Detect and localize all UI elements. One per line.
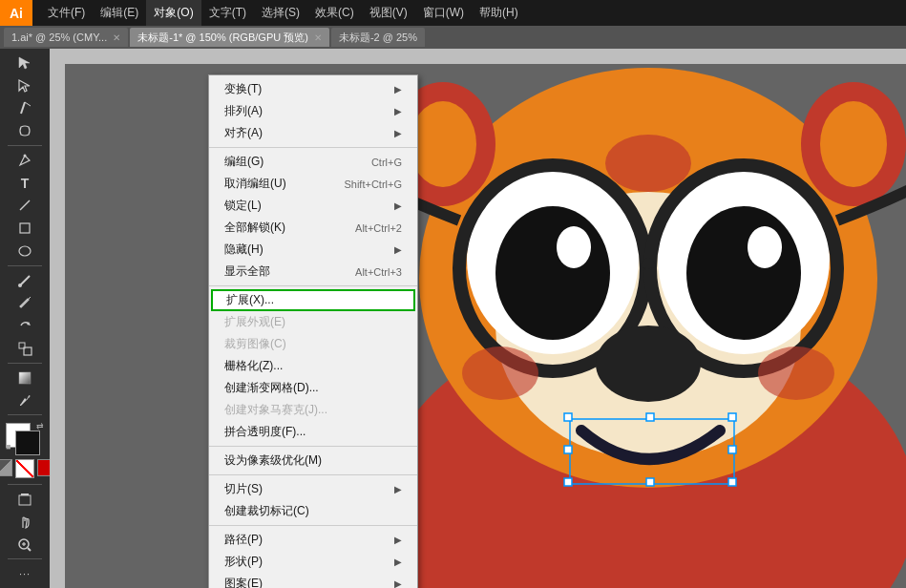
expand-label: 扩展(X)... (226, 292, 274, 308)
menu-lock[interactable]: 锁定(L) ▶ (209, 195, 417, 217)
pencil-tool[interactable] (4, 293, 46, 314)
stroke-color[interactable] (15, 430, 40, 455)
group-label: 编组(G) (224, 154, 263, 170)
menu-window[interactable]: 窗口(W) (415, 0, 472, 26)
more-tools[interactable]: ··· (4, 563, 46, 584)
brush-tool[interactable] (4, 270, 46, 291)
path-label: 路径(P) (224, 532, 263, 548)
scale-tool[interactable] (4, 338, 46, 359)
menu-gradient-mesh[interactable]: 创建渐变网格(D)... (209, 377, 417, 399)
path-arrow: ▶ (394, 535, 402, 545)
menu-view[interactable]: 视图(V) (362, 0, 415, 26)
tab-3[interactable]: 未标题-2 @ 25% (331, 28, 425, 47)
ellipse-tool[interactable] (4, 241, 46, 262)
sep-2 (209, 285, 417, 286)
menu-shape[interactable]: 形状(P) ▶ (209, 551, 417, 573)
rasterize-label: 栅格化(Z)... (224, 358, 283, 374)
sep-1 (209, 147, 417, 148)
sep-4 (209, 474, 417, 475)
magic-wand-tool[interactable] (4, 98, 46, 119)
menu-effect[interactable]: 效果(C) (307, 0, 362, 26)
gradient-tool[interactable] (4, 368, 46, 388)
pen-tool[interactable] (4, 150, 46, 171)
menu-mosaic: 创建对象马赛克(J)... (209, 399, 417, 421)
svg-point-5 (19, 246, 31, 256)
svg-point-6 (18, 284, 22, 287)
rect-tool[interactable] (4, 218, 46, 239)
tab-2[interactable]: 未标题-1* @ 150% (RGB/GPU 预览) ✕ (130, 28, 329, 47)
divider-4 (8, 414, 42, 415)
slice-arrow: ▶ (394, 484, 402, 494)
red-fill-icon[interactable] (37, 459, 50, 476)
tab-2-close[interactable]: ✕ (314, 32, 322, 43)
svg-rect-13 (21, 494, 29, 495)
menu-slice[interactable]: 切片(S) ▶ (209, 478, 417, 500)
artboard-tool[interactable] (4, 489, 46, 510)
group-shortcut: Ctrl+G (371, 157, 402, 168)
canvas-area[interactable]: 变换(T) ▶ 排列(A) ▶ 对齐(A) ▶ 编组(G) Ctrl+G (50, 49, 906, 588)
tab-1-close[interactable]: ✕ (113, 32, 120, 43)
zoom-tool[interactable] (4, 535, 46, 556)
pattern-label: 图案(E) (224, 576, 263, 588)
show-all-label: 显示全部 (224, 263, 270, 280)
main-area: T (0, 49, 906, 588)
rotate-tool[interactable] (4, 315, 46, 336)
pixel-perfect-label: 设为像素级优化(M) (224, 452, 322, 469)
align-label: 对齐(A) (224, 125, 263, 141)
menu-group[interactable]: 编组(G) Ctrl+G (209, 151, 417, 173)
divider-3 (8, 363, 42, 364)
hand-tool[interactable] (4, 512, 46, 533)
menu-rasterize[interactable]: 栅格化(Z)... (209, 355, 417, 377)
menu-select[interactable]: 选择(S) (254, 0, 307, 26)
eyedropper-tool[interactable] (4, 389, 46, 410)
direct-selection-tool[interactable] (4, 75, 46, 96)
menu-ungroup[interactable]: 取消编组(U) Shift+Ctrl+G (209, 173, 417, 195)
menu-flatten[interactable]: 拼合透明度(F)... (209, 421, 417, 443)
menu-pixel-perfect[interactable]: 设为像素级优化(M) (209, 450, 417, 472)
divider-1 (8, 145, 42, 146)
menu-pattern[interactable]: 图案(E) ▶ (209, 573, 417, 588)
menu-align[interactable]: 对齐(A) ▶ (209, 122, 417, 144)
expand-appearance-label: 扩展外观(E) (224, 314, 285, 330)
type-tool[interactable]: T (4, 173, 46, 194)
ungroup-label: 取消编组(U) (224, 176, 286, 192)
svg-line-15 (28, 548, 31, 551)
tab-bar: 1.ai* @ 25% (CMY... ✕ 未标题-1* @ 150% (RGB… (0, 26, 906, 49)
menu-expand[interactable]: 扩展(X)... (211, 289, 415, 311)
menu-arrange[interactable]: 排列(A) ▶ (209, 100, 417, 122)
menu-show-all[interactable]: 显示全部 Alt+Ctrl+3 (209, 261, 417, 283)
menu-trim-marks[interactable]: 创建裁切标记(C) (209, 500, 417, 522)
svg-rect-11 (19, 372, 31, 384)
menu-path[interactable]: 路径(P) ▶ (209, 529, 417, 551)
arrange-label: 排列(A) (224, 103, 263, 119)
align-arrow: ▶ (394, 128, 402, 138)
swap-colors-icon[interactable]: ⇄ (36, 421, 44, 430)
color-mode-icon[interactable] (0, 459, 12, 476)
no-fill-icon[interactable] (15, 459, 34, 478)
show-all-shortcut: Alt+Ctrl+3 (355, 266, 402, 278)
slice-label: 切片(S) (224, 481, 263, 497)
menu-edit[interactable]: 编辑(E) (93, 0, 146, 26)
menu-transform[interactable]: 变换(T) ▶ (209, 78, 417, 100)
title-bar: Ai 文件(F) 编辑(E) 对象(O) 文字(T) 选择(S) 效果(C) 视… (0, 0, 906, 26)
reset-colors-icon[interactable]: ■ (6, 442, 11, 452)
line-tool[interactable] (4, 196, 46, 217)
lock-arrow: ▶ (394, 200, 402, 211)
hide-arrow: ▶ (394, 244, 402, 255)
menu-text[interactable]: 文字(T) (201, 0, 254, 26)
color-swatches[interactable]: ⇄ ■ (6, 423, 44, 452)
lasso-tool[interactable] (4, 120, 46, 141)
sep-3 (209, 446, 417, 447)
menu-unlock-all[interactable]: 全部解锁(K) Alt+Ctrl+2 (209, 217, 417, 239)
menu-object[interactable]: 对象(O) (146, 0, 200, 26)
svg-rect-4 (20, 223, 30, 233)
gradient-mesh-label: 创建渐变网格(D)... (224, 380, 319, 396)
pattern-arrow: ▶ (394, 578, 402, 588)
tab-1[interactable]: 1.ai* @ 25% (CMY... ✕ (4, 28, 128, 47)
menu-file[interactable]: 文件(F) (40, 0, 93, 26)
selection-tool[interactable] (4, 52, 46, 74)
menu-help[interactable]: 帮助(H) (472, 0, 526, 26)
menu-expand-appearance: 扩展外观(E) (209, 311, 417, 333)
menu-hide[interactable]: 隐藏(H) ▶ (209, 239, 417, 261)
svg-line-1 (25, 102, 31, 106)
